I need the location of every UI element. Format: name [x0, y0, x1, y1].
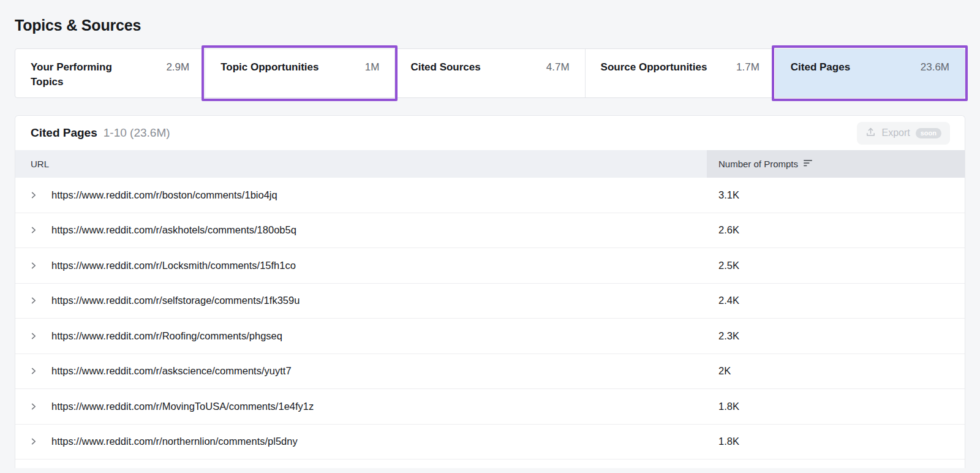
tab-cited-pages[interactable]: Cited Pages 23.6M — [775, 49, 965, 97]
column-header-label: Number of Prompts — [718, 159, 798, 169]
prompt-count: 2K — [707, 365, 965, 377]
table-row[interactable]: https://www.reddit.com/r/Roofing/comment… — [15, 319, 965, 354]
cited-page-url: https://www.reddit.com/r/MovingToUSA/com… — [51, 401, 707, 412]
cited-page-url: https://www.reddit.com/r/askhotels/comme… — [51, 224, 707, 236]
cited-page-url: https://www.reddit.com/r/boston/comments… — [51, 189, 707, 201]
tab-label: Topic Opportunities — [221, 60, 318, 86]
expand-chevron-icon[interactable] — [15, 332, 51, 340]
panel-header: Cited Pages 1-10 (23.6M) Export soon — [15, 116, 965, 150]
prompt-count: 3.1K — [707, 189, 965, 201]
table-row[interactable]: https://www.reddit.com/r/MovingToUSA/com… — [15, 389, 965, 425]
soon-badge: soon — [916, 128, 941, 138]
column-header-url: URL — [15, 150, 707, 178]
cited-page-url: https://www.reddit.com/r/Locksmith/comme… — [51, 260, 707, 271]
panel-title: Cited Pages — [31, 126, 97, 140]
prompt-count: 2.6K — [707, 224, 965, 236]
table-row[interactable]: https://www.reddit.com/r/askhotels/comme… — [15, 213, 965, 249]
export-label: Export — [881, 127, 910, 138]
page-title: Topics & Sources — [0, 0, 980, 48]
tab-source-opportunities[interactable]: Source Opportunities 1.7M — [585, 49, 775, 97]
expand-chevron-icon[interactable] — [15, 403, 51, 411]
tab-label: Source Opportunities — [601, 60, 707, 86]
tab-count: 4.7M — [546, 60, 570, 86]
tab-label: Cited Sources — [410, 60, 480, 86]
cited-page-url: https://www.reddit.com/r/Roofing/comment… — [51, 330, 707, 342]
prompt-count: 2.4K — [707, 295, 965, 306]
export-button[interactable]: Export soon — [857, 122, 950, 145]
prompt-count: 2.5K — [707, 260, 965, 271]
expand-chevron-icon[interactable] — [15, 191, 51, 199]
table-header-row: URL Number of Prompts — [15, 150, 965, 178]
expand-chevron-icon[interactable] — [15, 297, 51, 305]
tab-count: 1.7M — [736, 60, 760, 86]
panel-range: 1-10 (23.6M) — [104, 126, 170, 140]
prompt-count: 1.8K — [707, 401, 965, 412]
tab-your-performing-topics[interactable]: Your Performing Topics 2.9M — [15, 49, 205, 97]
cited-page-url: https://www.reddit.com/r/selfstorage/com… — [51, 295, 707, 306]
expand-chevron-icon[interactable] — [15, 226, 51, 234]
tab-bar: Your Performing Topics 2.9M Topic Opport… — [15, 48, 965, 98]
tab-topic-opportunities[interactable]: Topic Opportunities 1M — [205, 49, 394, 97]
upload-icon — [865, 127, 876, 140]
table-row[interactable]: https://www.reddit.com/r/askscience/comm… — [15, 354, 965, 390]
expand-chevron-icon[interactable] — [15, 262, 51, 270]
cited-page-url: https://www.reddit.com/r/askscience/comm… — [51, 365, 707, 377]
cited-page-url: https://www.reddit.com/r/northernlion/co… — [51, 436, 707, 447]
tab-cited-sources[interactable]: Cited Sources 4.7M — [394, 49, 584, 97]
panel-title-group: Cited Pages 1-10 (23.6M) — [31, 126, 170, 140]
tab-count: 23.6M — [921, 60, 949, 86]
tab-label: Cited Pages — [791, 60, 850, 86]
cited-pages-panel: Cited Pages 1-10 (23.6M) Export soon URL… — [15, 115, 965, 468]
column-header-number-of-prompts[interactable]: Number of Prompts — [707, 150, 965, 178]
tab-count: 1M — [365, 60, 380, 86]
prompt-count: 1.8K — [707, 436, 965, 447]
expand-chevron-icon[interactable] — [15, 437, 51, 445]
tab-count: 2.9M — [166, 60, 189, 86]
table-row[interactable]: https://www.reddit.com/r/Locksmith/comme… — [15, 248, 965, 284]
prompt-count: 2.3K — [707, 330, 965, 342]
table-row[interactable]: https://www.reddit.com/r/selfstorage/com… — [15, 284, 965, 319]
tab-label: Your Performing Topics — [31, 60, 141, 86]
table-row[interactable]: https://www.reddit.com/r/boston/comments… — [15, 178, 965, 213]
sort-descending-icon[interactable] — [804, 159, 813, 167]
table-row[interactable]: https://www.reddit.com/r/northernlion/co… — [15, 425, 965, 460]
topics-and-sources-page: Topics & Sources Your Performing Topics … — [0, 0, 980, 473]
expand-chevron-icon[interactable] — [15, 367, 51, 375]
